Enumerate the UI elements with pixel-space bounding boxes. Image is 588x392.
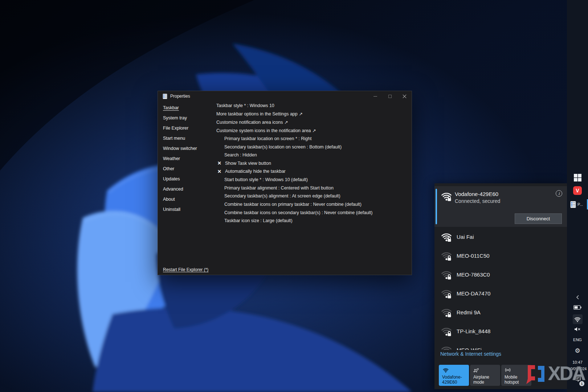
sidebar-item-weather[interactable]: Weather (158, 154, 213, 164)
wifi-weak-secured-icon (441, 307, 452, 317)
wifi-toggle-button[interactable]: Vodafone-429E60 (439, 365, 469, 386)
wifi-weak-secured-icon (441, 250, 452, 261)
desktop: Properties Taskbar System tray File Expl… (0, 0, 588, 392)
sidebar-item-about[interactable]: About (158, 194, 213, 204)
x-mark-icon: ✕ (217, 160, 223, 166)
wifi-weak-secured-icon (441, 345, 452, 350)
settings-tray-icon[interactable]: ⚙ (567, 347, 588, 354)
sidebar-item-start-menu[interactable]: Start menu (158, 133, 213, 143)
minimize-icon (373, 96, 377, 97)
properties-window: Properties Taskbar System tray File Expl… (158, 91, 412, 275)
titlebar[interactable]: Properties (158, 91, 412, 101)
window-title: Properties (170, 94, 190, 99)
battery-tray-icon[interactable] (567, 305, 588, 310)
sidebar-item-advanced[interactable]: Advanced (158, 184, 213, 194)
taskbar-item-label: P... (577, 202, 583, 207)
checkbox-show-task-view[interactable]: ✕Show Task view button (216, 159, 409, 167)
wifi-secured-icon (441, 232, 452, 242)
setting-primary-taskbar-location[interactable]: Primary taskbar location on screen * : R… (216, 135, 409, 143)
wifi-weak-secured-icon (441, 288, 452, 298)
network-item-clipped[interactable]: MEO-WiFi (434, 340, 567, 350)
taskbar-item-vivaldi[interactable]: V (567, 186, 588, 195)
taskbar-settings-list: Taskbar style * : Windows 10 More taskba… (216, 101, 409, 225)
quick-actions: Vodafone-429E60 Airplane mode Mobile hot… (439, 365, 531, 386)
selection-accent-bar (436, 189, 437, 224)
xda-bracket-blue-icon (537, 365, 545, 383)
connected-network-name: Vodafone-429E60 (455, 191, 498, 197)
connected-network-status: Connected, secured (455, 198, 500, 204)
setting-taskbar-icon-size[interactable]: Taskbar icon size : Large (default) (216, 217, 409, 225)
sidebar-item-other[interactable]: Other (158, 164, 213, 174)
network-item[interactable]: TP-Link_8448 (434, 322, 567, 340)
sidebar-item-window-switcher[interactable]: Window switcher (158, 143, 213, 154)
network-item[interactable]: MEO-7863C0 (434, 265, 567, 284)
wifi-secured-icon (441, 191, 452, 201)
link-more-taskbar-options[interactable]: More taskbar options in the Settings app… (216, 110, 409, 118)
properties-app-icon (163, 94, 167, 99)
network-internet-settings-link[interactable]: Network & Internet settings (440, 351, 501, 357)
network-item[interactable]: MEO-011C50 (434, 246, 567, 265)
close-button[interactable] (397, 91, 412, 101)
setting-taskbar-style[interactable]: Taskbar style * : Windows 10 (216, 102, 409, 110)
maximize-icon (388, 95, 392, 98)
disconnect-button[interactable]: Disconnect (515, 213, 562, 224)
wifi-network-flyout: Vodafone-429E60 Connected, secured i Dis… (434, 183, 567, 389)
tray-expand-chevron[interactable] (567, 294, 588, 300)
volume-muted-icon (574, 327, 581, 332)
sidebar-item-updates[interactable]: Updates (158, 174, 213, 184)
setting-combine-primary[interactable]: Combine taskbar icons on primary taskbar… (216, 200, 409, 209)
vivaldi-browser-icon: V (573, 186, 582, 195)
setting-combine-secondary[interactable]: Combine taskbar icons on secondary taskb… (216, 208, 409, 217)
wifi-network-list: Uai Fai MEO-011C50 MEO-7863C0 MEO-DA7470… (434, 227, 567, 350)
setting-search[interactable]: Search : Hidden (216, 151, 409, 159)
link-customize-system-icons[interactable]: Customize system icons in the notificati… (216, 126, 409, 135)
connected-network-item[interactable]: Vodafone-429E60 Connected, secured i Dis… (434, 186, 567, 227)
network-item[interactable]: Redmi 9A (434, 303, 567, 322)
sidebar-item-uninstall[interactable]: Uninstall (158, 204, 213, 215)
checkbox-auto-hide-taskbar[interactable]: ✕Automatically hide the taskbar (216, 167, 409, 176)
maximize-button[interactable] (383, 91, 397, 101)
sidebar-item-system-tray[interactable]: System tray (158, 113, 213, 123)
wifi-tray-button[interactable] (567, 314, 588, 324)
setting-start-button-style[interactable]: Start button style * : Windows 10 (defau… (216, 176, 409, 184)
properties-app-icon (570, 201, 576, 208)
link-customize-notification-icons[interactable]: Customize notification area icons ↗ (216, 118, 409, 126)
settings-sidebar: Taskbar System tray File Explorer Start … (158, 103, 213, 215)
language-indicator[interactable]: ENG (567, 338, 588, 342)
restart-file-explorer-link[interactable]: Restart File Explorer (*) (163, 267, 208, 272)
close-icon (403, 94, 407, 98)
minimize-button[interactable] (368, 91, 383, 101)
airplane-mode-button[interactable]: Airplane mode (470, 365, 500, 386)
wifi-icon (574, 316, 581, 322)
start-button[interactable] (567, 174, 588, 181)
gear-icon: ⚙ (575, 347, 580, 354)
setting-secondary-taskbar-location[interactable]: Secondary taskbar(s) location on screen … (216, 143, 409, 151)
volume-tray-icon[interactable] (567, 327, 588, 332)
wifi-weak-secured-icon (441, 269, 452, 279)
airplane-icon (473, 367, 480, 373)
x-mark-icon: ✕ (217, 169, 223, 174)
xda-bracket-red-icon (526, 364, 536, 385)
wifi-weak-secured-icon (441, 326, 452, 336)
windows-logo-icon (574, 174, 581, 181)
network-item[interactable]: MEO-DA7470 (434, 284, 567, 303)
vertical-taskbar: V P... ENG ⚙ 10:47 10/05/2024 (567, 0, 588, 392)
chevron-left-icon (576, 294, 579, 300)
sidebar-item-file-explorer[interactable]: File Explorer (158, 123, 213, 133)
xda-watermark: XDA (526, 364, 585, 385)
battery-icon (573, 305, 581, 310)
network-item[interactable]: Uai Fai (434, 227, 567, 246)
setting-secondary-taskbar-alignment[interactable]: Secondary taskbar(s) alignment : At scre… (216, 192, 409, 200)
wifi-icon (442, 367, 449, 373)
taskbar-item-properties[interactable]: P... (567, 199, 588, 210)
hotspot-icon (505, 367, 511, 373)
xda-logo-text: XDA (548, 364, 585, 383)
sidebar-item-taskbar[interactable]: Taskbar (158, 103, 213, 113)
setting-primary-taskbar-alignment[interactable]: Primary taskbar alignment : Centered wit… (216, 184, 409, 192)
info-icon[interactable]: i (556, 190, 562, 197)
wifi-tray-highlight (573, 314, 583, 324)
